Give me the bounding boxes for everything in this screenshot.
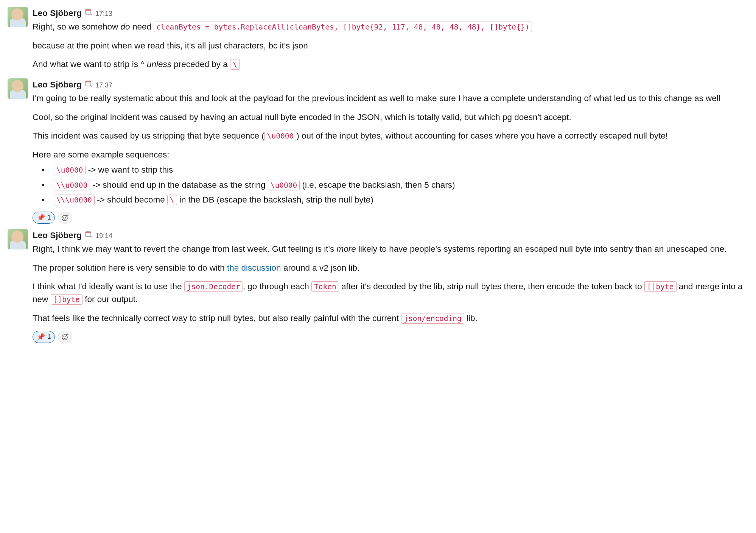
inline-code: []byte <box>51 294 82 305</box>
calendar-status-icon[interactable] <box>85 80 92 87</box>
svg-rect-1 <box>86 9 91 11</box>
discussion-link[interactable]: the discussion <box>227 263 281 273</box>
svg-point-19 <box>65 336 66 337</box>
paragraph: Right, I think we may want to revert the… <box>33 243 748 256</box>
avatar[interactable] <box>8 78 28 99</box>
inline-code: cleanBytes = bytes.ReplaceAll(cleanBytes… <box>154 22 532 32</box>
inline-code: \ <box>230 59 240 70</box>
message-header: Leo Sjöberg 17:13 <box>33 7 748 20</box>
paragraph: because at the point when we read this, … <box>33 39 748 52</box>
list-item: \\\u0000 -> should become \ in the DB (e… <box>33 193 748 206</box>
avatar[interactable] <box>8 229 28 249</box>
message-text: Right, I think we may want to revert the… <box>33 243 748 343</box>
message-body: Leo Sjöberg 19:14 Right, I think we may … <box>33 229 748 343</box>
list-item: \\u0000 -> should end up in the database… <box>33 179 748 192</box>
message: Leo Sjöberg 17:13 Right, so we somehow d… <box>8 5 748 73</box>
calendar-status-icon[interactable] <box>85 231 92 238</box>
message-body: Leo Sjöberg 17:37 I'm going to be really… <box>33 78 748 224</box>
paragraph: Right, so we somehow do need cleanBytes … <box>33 20 748 33</box>
message: Leo Sjöberg 17:37 I'm going to be really… <box>8 76 748 224</box>
author-name[interactable]: Leo Sjöberg <box>33 7 82 20</box>
timestamp[interactable]: 19:14 <box>95 231 112 241</box>
inline-code: \\u0000 <box>54 180 90 190</box>
paragraph: Cool, so the original incident was cause… <box>33 111 748 124</box>
bullet-list: \u0000 -> we want to strip this \\u0000 … <box>33 164 748 206</box>
inline-code: []byte <box>644 281 676 292</box>
author-name[interactable]: Leo Sjöberg <box>33 78 82 91</box>
paragraph: That feels like the technically correct … <box>33 312 748 325</box>
avatar[interactable] <box>8 7 28 27</box>
timestamp[interactable]: 17:13 <box>95 9 112 19</box>
reactions-bar: 📌 1 <box>33 331 748 343</box>
message-header: Leo Sjöberg 19:14 <box>33 229 748 242</box>
message-text: I'm going to be really systematic about … <box>33 92 748 224</box>
paragraph: The proper solution here is very sensibl… <box>33 262 748 274</box>
inline-code: json.Decoder <box>184 281 243 292</box>
inline-code: \u0000 <box>54 165 86 175</box>
inline-code: \\\u0000 <box>54 195 95 205</box>
svg-point-8 <box>62 215 67 221</box>
message-body: Leo Sjöberg 17:13 Right, so we somehow d… <box>33 7 748 73</box>
calendar-status-icon[interactable] <box>85 8 92 16</box>
reaction-count: 1 <box>47 213 51 223</box>
svg-rect-14 <box>86 232 91 233</box>
reactions-bar: 📌 1 <box>33 212 748 224</box>
paragraph: I think what I'd ideally want is to use … <box>33 280 748 306</box>
inline-code: \ <box>167 195 177 205</box>
reaction-count: 1 <box>47 332 51 342</box>
reaction-pin[interactable]: 📌 1 <box>33 331 55 343</box>
inline-code: \u0000 <box>268 180 300 190</box>
inline-code: json/encoding <box>401 313 464 324</box>
list-item: \u0000 -> we want to strip this <box>33 164 748 176</box>
svg-point-10 <box>65 217 66 218</box>
paragraph: And what we want to strip is ^ unless pr… <box>33 58 748 71</box>
paragraph: I'm going to be really systematic about … <box>33 92 748 105</box>
inline-code: \u0000 <box>264 131 296 141</box>
reaction-pin[interactable]: 📌 1 <box>33 212 55 224</box>
add-reaction-button[interactable] <box>58 212 72 224</box>
pushpin-icon: 📌 <box>37 214 45 221</box>
message-text: Right, so we somehow do need cleanBytes … <box>33 20 748 71</box>
paragraph: Here are some example sequences: <box>33 148 748 161</box>
svg-point-9 <box>64 217 64 218</box>
add-reaction-button[interactable] <box>58 331 72 343</box>
message-header: Leo Sjöberg 17:37 <box>33 78 748 91</box>
pushpin-icon: 📌 <box>37 334 45 340</box>
svg-point-18 <box>64 336 64 337</box>
message: Leo Sjöberg 19:14 Right, I think we may … <box>8 227 748 343</box>
svg-rect-5 <box>86 81 91 83</box>
inline-code: Token <box>311 281 339 292</box>
author-name[interactable]: Leo Sjöberg <box>33 229 82 242</box>
svg-point-17 <box>62 335 67 340</box>
timestamp[interactable]: 17:37 <box>95 80 112 90</box>
paragraph: This incident was caused by us stripping… <box>33 129 748 142</box>
